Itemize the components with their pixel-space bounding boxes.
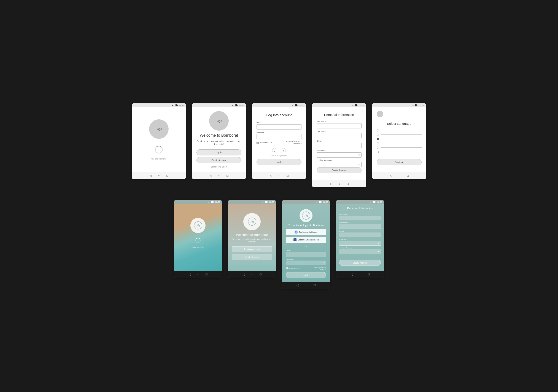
back-nav-icon-c2[interactable]: ◁ [243,273,245,276]
time-display-c1: 12:30 [215,201,220,203]
remember-me-checkbox[interactable]: ✓ [257,142,259,144]
email-input-p[interactable] [317,143,362,148]
continue-button-lang[interactable]: Continue [377,159,422,165]
recent-nav-icon[interactable]: □ [167,174,168,177]
password-input-p[interactable] [317,152,362,158]
back-nav-icon[interactable]: ◁ [149,174,152,177]
recent-nav-icon-c2[interactable]: □ [260,273,262,276]
status-bar-3: ▲ ▐▐ ▮ 12:30 [252,103,306,107]
radio-item-3[interactable] [377,138,422,140]
forgot-password-link[interactable]: Forgot Username or Password? [284,141,301,145]
back-nav-icon-c4[interactable]: ◁ [350,273,353,276]
radio-circle-1[interactable] [377,129,379,132]
home-nav-icon-5[interactable]: ○ [399,174,400,177]
back-nav-icon-5[interactable]: ◁ [390,174,392,177]
radio-circle-2[interactable] [377,133,379,136]
recent-nav-icon-4[interactable]: □ [347,182,349,185]
login-title-c: To continue, log-in to Bombora [288,224,324,227]
nav-bar-c2: ◁ ○ □ [228,271,276,278]
signal-icon: ▐▐ [174,104,177,106]
recent-nav-icon-c4[interactable]: □ [368,273,370,276]
eye-toggle-icon-pc[interactable]: 👁 [377,242,379,244]
recent-nav-icon-3[interactable]: □ [287,174,288,177]
radio-circle-6[interactable] [377,151,379,153]
bombora-logo-svg-l [301,211,311,220]
eye-toggle-icon-c[interactable]: 👁 [323,262,325,264]
forgot-password-link-c[interactable]: Forgot Username or Password? [309,266,326,270]
create-account-button-c[interactable]: Create Account [232,254,272,260]
email-label-c: Email: [286,250,326,252]
login-button-w[interactable]: Log-In [196,149,241,155]
email-input[interactable] [257,124,301,130]
personal-wireframe-screen: ▲ ▐▐ ▮ 12:30 Personal Information First … [312,103,366,187]
radio-circle-3[interactable] [377,138,379,140]
confirm-password-label: Confirm Password: [317,159,362,161]
signal-icon-c4: ▐▐ [372,201,375,203]
back-nav-icon-4[interactable]: ◁ [330,182,332,185]
back-nav-icon-c3[interactable]: ◁ [296,284,299,287]
radio-circle-5[interactable] [377,147,379,149]
home-nav-icon-c3[interactable]: ○ [305,284,307,287]
last-name-input[interactable] [317,133,362,138]
logo-placeholder: Logo [149,119,169,139]
password-input-c[interactable] [286,260,326,265]
recent-nav-icon-5[interactable]: □ [407,174,409,177]
first-name-input-c[interactable] [339,216,381,220]
social-row: G f [272,148,286,153]
back-nav-icon-2[interactable]: ◁ [209,174,212,177]
back-nav-icon-c1[interactable]: ◁ [188,273,191,276]
welcome-subtitle-c: Create an account to receive personalize… [232,238,272,243]
bombora-logo-svg-w [247,217,257,226]
recent-nav-icon-2[interactable]: □ [227,174,228,177]
bombora-logo-svg [193,221,203,230]
home-nav-icon-c1[interactable]: ○ [197,273,199,276]
confirm-password-input-c[interactable] [339,249,381,254]
existing-account-button[interactable]: Existing Account [232,246,272,252]
radio-item-4[interactable] [377,142,422,144]
create-account-button-w[interactable]: Create Account [196,157,241,163]
recent-nav-icon-c3[interactable]: □ [314,284,315,287]
back-nav-icon-3[interactable]: ◁ [270,174,272,177]
email-input-pc[interactable] [339,233,381,237]
eye-toggle-icon-cpc[interactable]: 👁 [377,250,379,253]
continue-guest-link[interactable]: Continue As Guest [211,166,227,168]
remember-me-checkbox-c[interactable]: ✓ [286,267,288,269]
email-input-c[interactable] [286,252,326,257]
create-account-button-cp[interactable]: Create Account [339,260,381,266]
password-input-pc[interactable] [339,241,381,246]
continue-google-button[interactable]: G Continue with Google [286,229,326,235]
login-submit-button[interactable]: Log-In [257,159,301,165]
signal-icon-c3: ▐▐ [318,201,321,203]
recent-nav-icon-c1[interactable]: □ [206,273,208,276]
battery-icon-c1: ▮ [213,201,214,203]
create-account-button-p[interactable]: Create Account [317,167,362,173]
radio-item-5[interactable] [377,147,422,149]
home-nav-icon-4[interactable]: ○ [339,182,340,185]
radio-item-6[interactable] [377,151,422,153]
language-title: Select Language [387,122,411,125]
eye-toggle-icon[interactable]: 👁 [298,135,300,138]
time-display-1: 12:30 [179,104,184,106]
first-name-input[interactable] [317,123,362,128]
radio-item-2[interactable] [377,133,422,136]
home-nav-icon-c2[interactable]: ○ [251,273,253,276]
last-name-input-c[interactable] [339,224,381,229]
wifi-icon-c3: ▲ [316,201,318,203]
google-icon[interactable]: G [272,148,277,153]
home-nav-icon[interactable]: ○ [158,174,160,177]
continue-facebook-button[interactable]: f Continue with Facebook [286,237,326,243]
eye-toggle-icon-p[interactable]: 👁 [358,154,360,156]
radio-item-1[interactable] [377,129,422,132]
nav-bar-5: ◁ ○ □ [372,172,426,179]
confirm-password-input[interactable] [317,162,362,167]
radio-circle-4[interactable] [377,142,379,144]
home-nav-icon-3[interactable]: ○ [278,174,280,177]
facebook-icon[interactable]: f [281,148,286,153]
logo-placeholder-2: Logo [209,111,229,131]
login-button-c[interactable]: Log-In [286,272,326,278]
eye-toggle-icon-cp[interactable]: 👁 [358,163,360,166]
home-nav-icon-2[interactable]: ○ [218,174,220,177]
password-input[interactable] [257,134,301,139]
battery-icon-4: ▮ [357,104,358,106]
home-nav-icon-c4[interactable]: ○ [359,273,361,276]
